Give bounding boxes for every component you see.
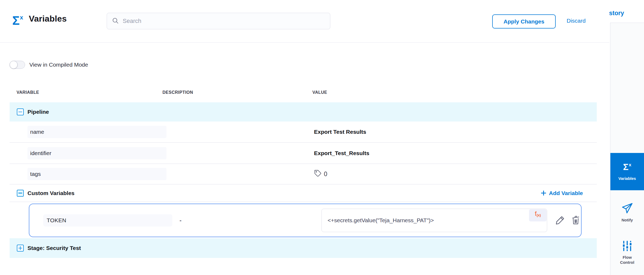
tag-icon — [314, 169, 322, 179]
rail-item-label: Notify — [622, 218, 633, 223]
compiled-mode-toggle[interactable] — [10, 61, 25, 69]
section-label: Pipeline — [27, 109, 49, 115]
collapse-minus-icon[interactable] — [17, 190, 24, 197]
sliders-icon — [621, 240, 633, 253]
sigma-x-icon: Σx — [623, 162, 631, 171]
table-row-identifier: identifier Export_Test_Results — [10, 143, 597, 164]
search-box — [107, 13, 330, 29]
search-input[interactable] — [123, 18, 325, 25]
add-variable-label: Add Variable — [549, 190, 583, 196]
toggle-knob — [10, 61, 18, 69]
expression-value: <+secrets.getValue("Teja_Harness_PAT")> — [328, 217, 434, 224]
table-row-tags: tags 0 — [10, 164, 597, 184]
trash-icon — [571, 215, 581, 226]
compiled-mode-label: View in Compiled Mode — [29, 62, 88, 68]
variable-name-field[interactable]: tags — [27, 168, 166, 180]
add-variable-button[interactable]: Add Variable — [541, 190, 583, 196]
column-header-description: DESCRIPTION — [162, 90, 193, 95]
variable-value-input[interactable]: <+secrets.getValue("Teja_Harness_PAT")> … — [321, 209, 547, 232]
delete-variable-button[interactable] — [570, 215, 581, 226]
variable-name-field[interactable]: name — [27, 126, 166, 138]
rail-item-label: Flow Control — [615, 255, 639, 265]
apply-changes-button[interactable]: Apply Changes — [492, 14, 556, 29]
section-label: Stage: Security Test — [27, 245, 81, 251]
drawer-header: Σx Variables Apply Changes Discard — [0, 0, 609, 43]
studio-right-rail: Σx Variables Notify — [610, 23, 644, 275]
execution-history-link[interactable]: story — [609, 10, 624, 17]
fx-expression-badge[interactable]: f (x) — [529, 209, 547, 221]
custom-variable-card-token[interactable]: TOKEN - <+secrets.getValue("Teja_Harness… — [29, 204, 582, 237]
variables-drawer: Σx Variables Apply Changes Discard View … — [0, 0, 609, 275]
variable-value: Export Test Results — [314, 129, 366, 135]
tags-count-value: 0 — [324, 171, 327, 178]
section-row-stage-security-test[interactable]: Stage: Security Test — [10, 238, 597, 258]
variable-description: - — [180, 217, 181, 224]
page-title: Variables — [29, 14, 67, 24]
discard-button[interactable]: Discard — [567, 18, 586, 24]
variables-content: View in Compiled Mode VARIABLE DESCRIPTI… — [10, 43, 597, 275]
column-header-variable: VARIABLE — [17, 90, 39, 95]
rail-item-variables[interactable]: Σx Variables — [610, 153, 644, 190]
variable-name-field[interactable]: identifier — [27, 147, 166, 159]
variable-name-field[interactable]: TOKEN — [43, 214, 172, 227]
section-row-custom-variables[interactable]: Custom Variables Add Variable — [10, 184, 597, 202]
search-icon — [112, 17, 119, 25]
rail-item-flow-control[interactable]: Flow Control — [610, 236, 644, 269]
column-header-value: VALUE — [312, 90, 327, 95]
section-label: Custom Variables — [27, 190, 74, 196]
rail-item-label: Variables — [618, 176, 636, 181]
pencil-icon — [555, 215, 566, 226]
collapse-minus-icon[interactable] — [17, 108, 24, 115]
table-row-name: name Export Test Results — [10, 122, 597, 143]
compiled-mode-row: View in Compiled Mode — [10, 59, 88, 70]
tags-count: 0 — [314, 169, 327, 179]
paper-plane-icon — [621, 202, 633, 216]
variable-value: Export_Test_Results — [314, 150, 369, 156]
edit-variable-button[interactable] — [554, 215, 566, 226]
sigma-x-icon: Σx — [12, 14, 23, 27]
plus-icon — [541, 191, 546, 196]
rail-item-notify[interactable]: Notify — [610, 199, 644, 226]
expand-plus-icon[interactable] — [17, 245, 24, 252]
section-row-pipeline[interactable]: Pipeline — [10, 102, 597, 122]
